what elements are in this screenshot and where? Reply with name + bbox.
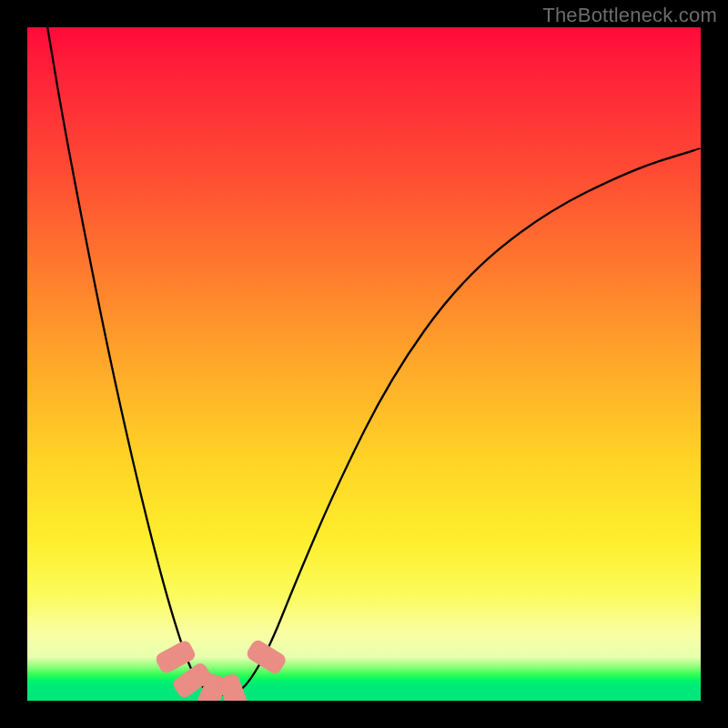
curve-marker (246, 639, 288, 675)
watermark-text: TheBottleneck.com (542, 4, 717, 27)
plot-area (27, 27, 701, 701)
marker-group (155, 639, 288, 701)
curve-layer (27, 27, 701, 701)
bottleneck-curve (47, 27, 701, 695)
chart-container: TheBottleneck.com (0, 0, 728, 728)
